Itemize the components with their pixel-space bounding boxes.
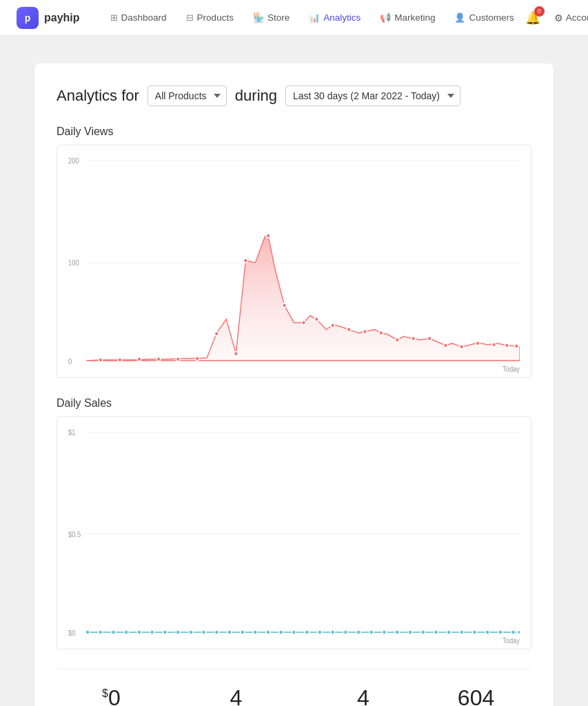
svg-point-53 [434,630,438,634]
svg-point-37 [227,630,232,634]
svg-point-10 [283,303,287,307]
svg-point-11 [302,321,306,325]
stat-unique-customers: 4 Unique Customers [199,686,274,706]
svg-point-48 [369,630,374,634]
svg-point-29 [124,630,128,634]
nav-customers-label: Customers [469,12,514,23]
nav-dashboard-label: Dashboard [121,12,167,23]
nav-products[interactable]: ⊟ Products [178,8,242,27]
svg-point-35 [202,630,206,634]
y-axis-200: 200 [68,157,79,165]
logo-text: payhip [44,12,80,24]
svg-point-18 [412,336,416,341]
dashboard-icon: ⊞ [110,12,118,23]
svg-point-4 [176,357,180,361]
during-label: during [235,87,277,105]
svg-point-22 [476,341,480,345]
svg-point-7 [234,352,238,356]
daily-sales-chart-wrapper: $1 $0.5 $0 [57,416,531,649]
total-views-value: 604 [454,686,499,706]
total-orders-value: 4 [339,686,388,706]
svg-point-50 [395,630,399,634]
daily-views-title: Daily Views [57,125,531,138]
date-range-dropdown[interactable]: Last 30 days (2 Mar 2022 - Today) [285,85,460,106]
svg-point-16 [379,331,383,335]
svg-point-36 [214,630,219,634]
page-content: Analytics for All Products during Last 3… [0,36,588,706]
nav-products-label: Products [197,12,234,23]
svg-point-60 [518,630,520,634]
svg-point-15 [363,330,367,334]
stat-total-views: 604 Total Views [454,686,499,706]
svg-point-26 [85,630,90,634]
svg-point-34 [189,630,193,634]
nav-analytics-label: Analytics [323,12,361,23]
svg-point-8 [244,259,248,263]
logo-icon: p [17,7,39,29]
svg-point-47 [356,630,361,634]
svg-point-24 [505,343,509,347]
y-axis-1dollar: $1 [68,429,75,436]
svg-point-1 [118,358,122,362]
daily-views-chart-wrapper: 200 100 0 [57,145,531,378]
daily-sales-title: Daily Sales [57,397,531,410]
analytics-header: Analytics for All Products during Last 3… [57,85,531,106]
svg-point-13 [331,323,335,327]
nav-links: ⊞ Dashboard ⊟ Products 🏪 Store 📊 Analyti… [102,8,523,27]
svg-point-56 [473,630,477,634]
y-axis-50cent: $0.5 [68,531,81,538]
svg-point-59 [511,630,516,634]
svg-point-28 [112,630,116,634]
daily-views-area [86,236,520,361]
svg-point-12 [314,317,318,321]
product-filter-dropdown[interactable]: All Products [148,85,227,106]
account-label: Account [566,12,588,23]
svg-point-49 [383,630,387,634]
daily-sales-section: Daily Sales $1 $0.5 $0 [57,397,531,649]
svg-point-38 [241,630,245,634]
svg-point-52 [421,630,425,634]
marketing-icon: 📢 [380,12,391,23]
nav-marketing-label: Marketing [394,12,435,23]
svg-point-6 [214,332,219,336]
nav-analytics[interactable]: 📊 Analytics [301,8,369,27]
nav-marketing[interactable]: 📢 Marketing [372,8,443,27]
svg-point-55 [460,630,464,634]
svg-point-30 [137,630,141,634]
y-axis-0: 0 [68,358,72,365]
svg-point-5 [195,356,199,361]
daily-sales-chart: $1 $0.5 $0 [68,425,520,646]
svg-point-45 [331,630,335,634]
svg-point-20 [444,343,448,347]
notification-button[interactable]: 🔔 0 [523,8,543,28]
svg-point-58 [498,630,503,634]
analytics-for-label: Analytics for [57,87,139,105]
account-button[interactable]: ⚙ Account ▾ [554,12,588,23]
customers-icon: 👤 [454,12,465,23]
y-axis-0dollar: $0 [68,629,75,637]
svg-point-23 [492,343,496,347]
svg-point-41 [279,630,283,634]
nav-dashboard[interactable]: ⊞ Dashboard [102,8,175,27]
total-sales-value: $0 [90,686,134,706]
nav-store[interactable]: 🏪 Store [245,8,298,27]
svg-point-54 [447,630,451,634]
total-sales-currency: $ [102,687,108,699]
svg-point-51 [408,630,412,634]
svg-point-25 [515,344,519,348]
notification-badge: 0 [534,6,545,17]
nav-right: 🔔 0 ⚙ Account ▾ [523,8,588,28]
nav-customers[interactable]: 👤 Customers [446,8,522,27]
svg-point-17 [395,338,399,342]
stats-row: $0 Total Sales 4 Unique Customers 4 Tota… [57,669,531,706]
stat-total-orders: 4 Total Orders [339,686,388,706]
daily-sales-today-label: Today [503,637,520,645]
svg-point-46 [344,630,348,634]
logo[interactable]: p payhip [17,7,80,29]
svg-point-42 [292,630,296,634]
svg-point-2 [137,357,141,361]
unique-customers-value: 4 [199,686,274,706]
svg-point-14 [347,327,351,332]
y-axis-100: 100 [68,259,79,267]
svg-point-21 [460,345,464,349]
